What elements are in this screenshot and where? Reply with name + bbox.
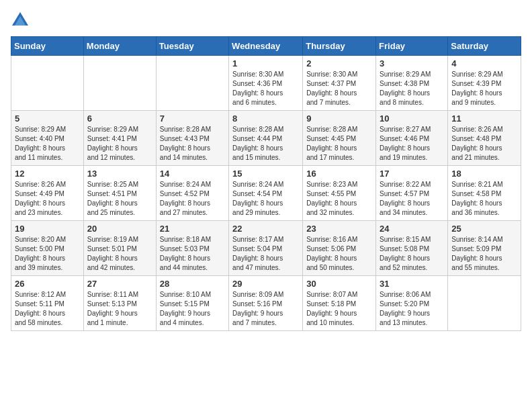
calendar-cell: 23Sunrise: 8:16 AM Sunset: 5:06 PM Dayli… [303, 221, 376, 276]
calendar-cell: 1Sunrise: 8:30 AM Sunset: 4:36 PM Daylig… [229, 56, 303, 111]
day-header-monday: Monday [83, 37, 156, 56]
calendar-cell: 6Sunrise: 8:29 AM Sunset: 4:41 PM Daylig… [83, 111, 156, 166]
day-header-tuesday: Tuesday [156, 37, 228, 56]
calendar-cell: 18Sunrise: 8:21 AM Sunset: 4:58 PM Dayli… [448, 166, 521, 221]
day-info: Sunrise: 8:14 AM Sunset: 5:09 PM Dayligh… [451, 235, 517, 273]
day-info: Sunrise: 8:24 AM Sunset: 4:52 PM Dayligh… [160, 180, 225, 218]
calendar-cell: 26Sunrise: 8:12 AM Sunset: 5:11 PM Dayli… [11, 276, 84, 331]
day-info: Sunrise: 8:12 AM Sunset: 5:11 PM Dayligh… [15, 290, 80, 328]
page-header [11, 11, 521, 30]
day-number: 24 [380, 224, 444, 234]
calendar-cell [11, 56, 84, 111]
day-number: 29 [232, 279, 299, 289]
logo-icon [11, 11, 30, 30]
day-number: 13 [87, 169, 152, 179]
day-info: Sunrise: 8:26 AM Sunset: 4:49 PM Dayligh… [15, 180, 80, 218]
day-info: Sunrise: 8:18 AM Sunset: 5:03 PM Dayligh… [160, 235, 225, 273]
day-number: 14 [160, 169, 225, 179]
day-header-saturday: Saturday [448, 37, 521, 56]
day-number: 25 [451, 224, 517, 234]
calendar-cell: 24Sunrise: 8:15 AM Sunset: 5:08 PM Dayli… [376, 221, 448, 276]
day-number: 17 [380, 169, 444, 179]
calendar-cell: 2Sunrise: 8:30 AM Sunset: 4:37 PM Daylig… [303, 56, 376, 111]
day-info: Sunrise: 8:09 AM Sunset: 5:16 PM Dayligh… [232, 290, 299, 328]
calendar-cell: 22Sunrise: 8:17 AM Sunset: 5:04 PM Dayli… [229, 221, 303, 276]
day-number: 3 [380, 58, 444, 68]
calendar-header-row: SundayMondayTuesdayWednesdayThursdayFrid… [11, 37, 521, 56]
day-number: 18 [451, 169, 517, 179]
day-info: Sunrise: 8:10 AM Sunset: 5:15 PM Dayligh… [160, 290, 225, 328]
day-info: Sunrise: 8:24 AM Sunset: 4:54 PM Dayligh… [232, 180, 299, 218]
day-info: Sunrise: 8:29 AM Sunset: 4:39 PM Dayligh… [451, 70, 517, 107]
calendar-cell: 8Sunrise: 8:28 AM Sunset: 4:44 PM Daylig… [229, 111, 303, 166]
day-number: 4 [451, 58, 517, 68]
day-info: Sunrise: 8:30 AM Sunset: 4:36 PM Dayligh… [232, 70, 299, 107]
calendar-cell: 25Sunrise: 8:14 AM Sunset: 5:09 PM Dayli… [448, 221, 521, 276]
calendar-cell: 29Sunrise: 8:09 AM Sunset: 5:16 PM Dayli… [229, 276, 303, 331]
calendar-cell: 9Sunrise: 8:28 AM Sunset: 4:45 PM Daylig… [303, 111, 376, 166]
calendar-table: SundayMondayTuesdayWednesdayThursdayFrid… [11, 36, 521, 331]
day-info: Sunrise: 8:29 AM Sunset: 4:41 PM Dayligh… [87, 125, 152, 163]
day-info: Sunrise: 8:06 AM Sunset: 5:20 PM Dayligh… [380, 290, 444, 328]
day-header-wednesday: Wednesday [229, 37, 303, 56]
day-info: Sunrise: 8:20 AM Sunset: 5:00 PM Dayligh… [15, 235, 80, 273]
day-info: Sunrise: 8:19 AM Sunset: 5:01 PM Dayligh… [87, 235, 152, 273]
day-number: 30 [306, 279, 372, 289]
day-info: Sunrise: 8:26 AM Sunset: 4:48 PM Dayligh… [451, 125, 517, 163]
day-number: 10 [380, 113, 444, 124]
day-number: 5 [15, 113, 80, 124]
day-number: 22 [232, 224, 299, 234]
day-info: Sunrise: 8:25 AM Sunset: 4:51 PM Dayligh… [87, 180, 152, 218]
day-number: 28 [160, 279, 225, 289]
calendar-cell: 14Sunrise: 8:24 AM Sunset: 4:52 PM Dayli… [156, 166, 228, 221]
day-info: Sunrise: 8:07 AM Sunset: 5:18 PM Dayligh… [306, 290, 372, 328]
day-info: Sunrise: 8:23 AM Sunset: 4:55 PM Dayligh… [306, 180, 372, 218]
week-row-3: 12Sunrise: 8:26 AM Sunset: 4:49 PM Dayli… [11, 166, 521, 221]
calendar-cell: 20Sunrise: 8:19 AM Sunset: 5:01 PM Dayli… [83, 221, 156, 276]
day-number: 21 [160, 224, 225, 234]
calendar-cell: 10Sunrise: 8:27 AM Sunset: 4:46 PM Dayli… [376, 111, 448, 166]
day-number: 20 [87, 224, 152, 234]
calendar-cell [156, 56, 228, 111]
calendar-cell: 15Sunrise: 8:24 AM Sunset: 4:54 PM Dayli… [229, 166, 303, 221]
calendar-cell: 5Sunrise: 8:29 AM Sunset: 4:40 PM Daylig… [11, 111, 84, 166]
day-number: 6 [87, 113, 152, 124]
day-number: 19 [15, 224, 80, 234]
day-number: 12 [15, 169, 80, 179]
day-number: 7 [160, 113, 225, 124]
day-number: 9 [306, 113, 372, 124]
calendar-cell: 11Sunrise: 8:26 AM Sunset: 4:48 PM Dayli… [448, 111, 521, 166]
day-info: Sunrise: 8:21 AM Sunset: 4:58 PM Dayligh… [451, 180, 517, 218]
day-info: Sunrise: 8:30 AM Sunset: 4:37 PM Dayligh… [306, 70, 372, 107]
calendar-cell: 28Sunrise: 8:10 AM Sunset: 5:15 PM Dayli… [156, 276, 228, 331]
calendar-cell: 17Sunrise: 8:22 AM Sunset: 4:57 PM Dayli… [376, 166, 448, 221]
day-info: Sunrise: 8:28 AM Sunset: 4:44 PM Dayligh… [232, 125, 299, 163]
calendar-cell: 13Sunrise: 8:25 AM Sunset: 4:51 PM Dayli… [83, 166, 156, 221]
week-row-2: 5Sunrise: 8:29 AM Sunset: 4:40 PM Daylig… [11, 111, 521, 166]
day-header-sunday: Sunday [11, 37, 84, 56]
day-number: 23 [306, 224, 372, 234]
day-number: 2 [306, 58, 372, 68]
calendar-cell [83, 56, 156, 111]
calendar-cell: 12Sunrise: 8:26 AM Sunset: 4:49 PM Dayli… [11, 166, 84, 221]
calendar-cell: 30Sunrise: 8:07 AM Sunset: 5:18 PM Dayli… [303, 276, 376, 331]
day-info: Sunrise: 8:28 AM Sunset: 4:45 PM Dayligh… [306, 125, 372, 163]
calendar-cell: 31Sunrise: 8:06 AM Sunset: 5:20 PM Dayli… [376, 276, 448, 331]
calendar-cell: 4Sunrise: 8:29 AM Sunset: 4:39 PM Daylig… [448, 56, 521, 111]
day-number: 16 [306, 169, 372, 179]
logo [11, 11, 32, 30]
day-number: 15 [232, 169, 299, 179]
calendar-cell: 19Sunrise: 8:20 AM Sunset: 5:00 PM Dayli… [11, 221, 84, 276]
calendar-cell: 27Sunrise: 8:11 AM Sunset: 5:13 PM Dayli… [83, 276, 156, 331]
day-info: Sunrise: 8:11 AM Sunset: 5:13 PM Dayligh… [87, 290, 152, 328]
day-number: 11 [451, 113, 517, 124]
day-info: Sunrise: 8:15 AM Sunset: 5:08 PM Dayligh… [380, 235, 444, 273]
calendar-cell: 16Sunrise: 8:23 AM Sunset: 4:55 PM Dayli… [303, 166, 376, 221]
calendar-cell [448, 276, 521, 331]
day-info: Sunrise: 8:28 AM Sunset: 4:43 PM Dayligh… [160, 125, 225, 163]
day-info: Sunrise: 8:17 AM Sunset: 5:04 PM Dayligh… [232, 235, 299, 273]
day-header-friday: Friday [376, 37, 448, 56]
day-number: 26 [15, 279, 80, 289]
week-row-4: 19Sunrise: 8:20 AM Sunset: 5:00 PM Dayli… [11, 221, 521, 276]
day-number: 27 [87, 279, 152, 289]
